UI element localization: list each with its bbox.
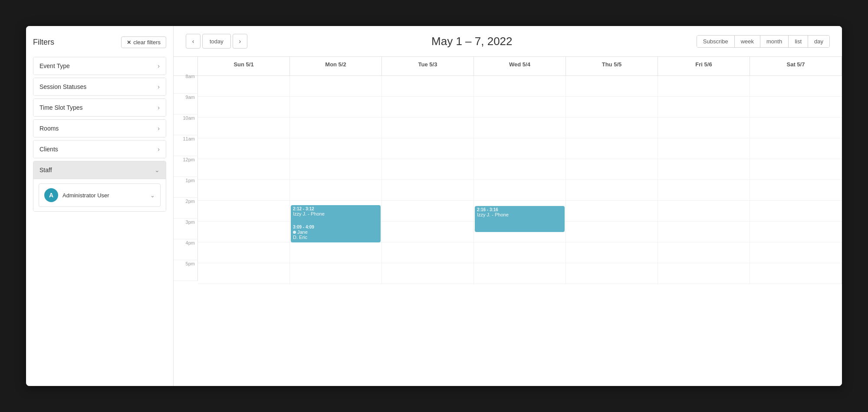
day-header-5: Fri 5/6 (658, 57, 750, 76)
time-cell-r0-d4 (566, 76, 658, 97)
staff-header[interactable]: Staff ⌄ (33, 161, 166, 179)
day-header-0: Sun 5/1 (198, 57, 290, 76)
time-cell-r3-d5 (658, 138, 750, 159)
next-button[interactable]: › (233, 34, 247, 49)
time-cell-r4-d3 (474, 159, 566, 180)
view-btn-week[interactable]: week (735, 36, 760, 47)
event-block-event-3[interactable]: 2:16 - 3:16Izzy J. - Phone (475, 206, 565, 232)
filter-header-session-statuses[interactable]: Session Statuses › (33, 78, 166, 95)
time-label-0: 8am (174, 73, 198, 94)
filter-label-clients: Clients (39, 146, 58, 153)
clear-filters-button[interactable]: ✕ clear filters (121, 36, 166, 48)
day-header-3: Wed 5/4 (474, 57, 566, 76)
event-time: 3:09 - 4:09 (293, 225, 378, 229)
time-cell-r7-d1: 3:09 - 4:09JaneD. Eric (290, 222, 382, 242)
day-header-6: Sat 5/7 (750, 57, 842, 76)
filter-rooms: Rooms › (33, 119, 166, 137)
time-cell-r0-d3 (474, 76, 566, 97)
time-label-6: 2pm (174, 198, 198, 219)
staff-user-row[interactable]: A Administrator User ⌄ (39, 183, 161, 207)
view-btn-day[interactable]: day (808, 36, 829, 47)
event-time: 2:12 - 3:12 (293, 206, 378, 211)
time-cell-r9-d5 (658, 263, 750, 284)
day-header-4: Thu 5/5 (566, 57, 658, 76)
main-content: ‹ today › May 1 – 7, 2022 Subscribeweekm… (174, 26, 842, 386)
time-cell-r0-d1 (290, 76, 382, 97)
time-cell-r9-d2 (382, 263, 474, 284)
time-label-3: 11am (174, 135, 198, 156)
time-cell-r1-d3 (474, 97, 566, 118)
view-btn-subscribe[interactable]: Subscribe (697, 36, 735, 47)
time-cell-r6-d6 (750, 201, 842, 222)
filter-clients: Clients › (33, 140, 166, 158)
time-cell-r0-d2 (382, 76, 474, 97)
time-cell-r3-d3 (474, 138, 566, 159)
sidebar-title: Filters (33, 38, 54, 47)
prev-button[interactable]: ‹ (186, 34, 201, 49)
time-cell-r8-d2 (382, 242, 474, 263)
time-cell-r2-d1 (290, 118, 382, 138)
view-btn-month[interactable]: month (760, 36, 789, 47)
time-cell-r6-d2 (382, 201, 474, 222)
time-cell-r1-d0 (198, 97, 290, 118)
time-cell-r6-d5 (658, 201, 750, 222)
filter-label-event-type: Event Type (39, 62, 70, 69)
filter-header-time-slot-types[interactable]: Time Slot Types › (33, 99, 166, 116)
time-cell-r1-d1 (290, 97, 382, 118)
time-label-7: 3pm (174, 219, 198, 239)
event-name: Jane (293, 229, 378, 235)
time-cell-r3-d2 (382, 138, 474, 159)
time-cell-r5-d5 (658, 180, 750, 201)
time-cell-r8-d5 (658, 242, 750, 263)
time-cell-r0-d0 (198, 76, 290, 97)
time-cell-r8-d0 (198, 242, 290, 263)
event-time: 2:16 - 3:16 (477, 207, 562, 212)
clear-filters-label: clear filters (133, 39, 161, 46)
time-cell-r4-d1 (290, 159, 382, 180)
filter-header-rooms[interactable]: Rooms › (33, 120, 166, 137)
calendar-header: ‹ today › May 1 – 7, 2022 Subscribeweekm… (174, 26, 842, 57)
calendar-grid-wrapper[interactable]: Sun 5/1Mon 5/2Tue 5/3Wed 5/4Thu 5/5Fri 5… (174, 57, 842, 386)
event-block-event-2[interactable]: 3:09 - 4:09JaneD. Eric (291, 223, 381, 242)
time-cell-r6-d4 (566, 201, 658, 222)
time-cell-r8-d1 (290, 242, 382, 263)
time-cell-r8-d3 (474, 242, 566, 263)
staff-user-name: Administrator User (62, 192, 109, 199)
time-cell-r5-d3 (474, 180, 566, 201)
chevron-right-icon: › (158, 83, 160, 90)
time-cell-r7-d2 (382, 222, 474, 242)
time-cell-r7-d5 (658, 222, 750, 242)
time-cell-r9-d6 (750, 263, 842, 284)
chevron-right-icon: › (158, 146, 160, 153)
time-cell-r2-d0 (198, 118, 290, 138)
time-cell-r2-d2 (382, 118, 474, 138)
time-cell-r9-d0 (198, 263, 290, 284)
event-name: Izzy J. - Phone (293, 211, 378, 216)
app-container: Filters ✕ clear filters Event Type › Ses… (26, 26, 842, 386)
time-cell-r5-d0 (198, 180, 290, 201)
staff-users: A Administrator User ⌄ (39, 183, 161, 207)
day-header-1: Mon 5/2 (290, 57, 382, 76)
view-btn-list[interactable]: list (789, 36, 808, 47)
time-cell-r4-d5 (658, 159, 750, 180)
filter-header-event-type[interactable]: Event Type › (33, 57, 166, 75)
avatar: A (44, 188, 58, 202)
filter-event-type: Event Type › (33, 57, 166, 75)
time-cell-r2-d3 (474, 118, 566, 138)
staff-section: Staff ⌄ A Administrator User ⌄ (33, 161, 166, 212)
time-cell-r5-d6 (750, 180, 842, 201)
filter-header-clients[interactable]: Clients › (33, 141, 166, 158)
time-cell-r2-d4 (566, 118, 658, 138)
time-cell-r9-d4 (566, 263, 658, 284)
staff-content: A Administrator User ⌄ (33, 179, 166, 211)
today-button[interactable]: today (202, 34, 231, 49)
chevron-right-icon: › (158, 62, 160, 69)
event-name: Izzy J. - Phone (477, 212, 562, 217)
chevron-down-icon: ⌄ (155, 167, 160, 173)
time-cell-r3-d1 (290, 138, 382, 159)
chevron-right-icon: › (158, 125, 160, 132)
nav-controls: ‹ today › (186, 34, 247, 49)
view-controls: Subscribeweekmonthlistday (697, 35, 830, 48)
time-cell-r7-d0 (198, 222, 290, 242)
time-cell-r0-d5 (658, 76, 750, 97)
